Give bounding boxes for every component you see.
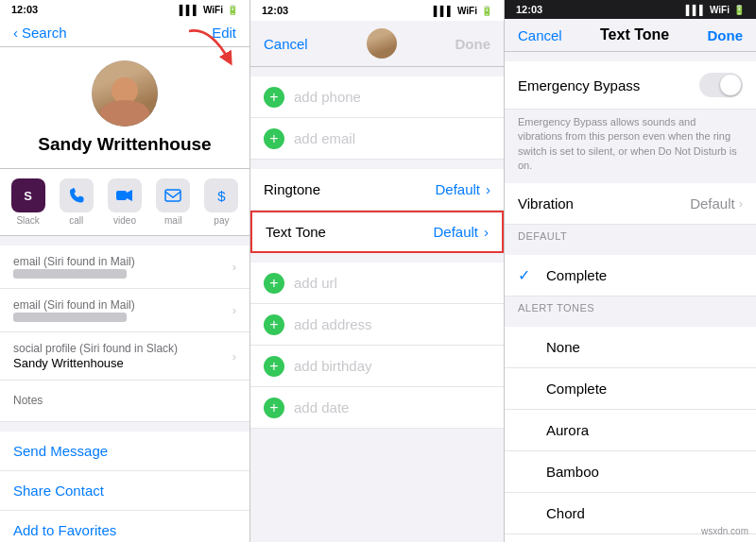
- signal-icon-3: ▌▌▌: [686, 5, 706, 15]
- contact-panel: 12:03 ▌▌▌ WiFi 🔋 ‹ Search Edit: [0, 0, 250, 542]
- mail-action[interactable]: mail: [149, 178, 198, 226]
- share-contact-link[interactable]: Share Contact: [0, 471, 249, 511]
- signal-icon-2: ▌▌▌: [434, 6, 454, 16]
- add-date-label: add date: [294, 399, 349, 415]
- add-email-icon: +: [264, 128, 284, 149]
- call-action[interactable]: call: [52, 178, 100, 226]
- chevron-icon-1: ›: [232, 260, 236, 274]
- add-section-1: + add phone + add email: [250, 76, 504, 160]
- avatar: [92, 60, 158, 127]
- slack-action[interactable]: S Slack: [4, 178, 52, 226]
- add-address-item[interactable]: + add address: [250, 304, 504, 346]
- pay-icon: $: [204, 178, 238, 212]
- add-email-label: add email: [294, 130, 355, 146]
- status-icons-1: ▌▌▌ WiFi 🔋: [180, 5, 238, 15]
- social-item[interactable]: social profile (Siri found in Slack) San…: [0, 332, 249, 381]
- info-list: email (Siri found in Mail) › email (Siri…: [0, 246, 249, 422]
- alert-tone-name-2: Aurora: [546, 422, 589, 438]
- slack-icon: S: [11, 178, 45, 212]
- text-tone-panel: 12:03 ▌▌▌ WiFi 🔋 Cancel Text Tone Done E…: [505, 0, 756, 542]
- email-label-1: email (Siri found in Mail): [13, 255, 232, 268]
- vibration-value-wrapper: Default ›: [690, 195, 743, 212]
- email-value-1: [13, 269, 127, 279]
- bottom-links: Send Message Share Contact Add to Favori…: [0, 432, 249, 542]
- alert-tone-complete[interactable]: Complete: [505, 368, 756, 410]
- ringtone-value: Default ›: [435, 181, 490, 197]
- vibration-label: Vibration: [518, 195, 574, 212]
- alert-tone-aurora[interactable]: Aurora: [505, 410, 756, 451]
- emergency-bypass-toggle[interactable]: [699, 73, 743, 97]
- default-tones-section: ✓ Complete: [505, 255, 756, 296]
- default-tone-complete[interactable]: ✓ Complete: [505, 255, 756, 296]
- add-phone-item[interactable]: + add phone: [250, 76, 504, 118]
- email-label-2: email (Siri found in Mail): [13, 298, 232, 312]
- chevron-icon-3: ›: [232, 349, 236, 364]
- text-tone-item[interactable]: Text Tone Default ›: [250, 211, 504, 253]
- signal-icon: ▌▌▌: [180, 5, 199, 15]
- svg-rect-1: [116, 191, 127, 200]
- avatar-image: [92, 60, 158, 127]
- add-date-icon: +: [264, 398, 284, 418]
- call-label: call: [69, 215, 83, 226]
- chevron-left-icon: ‹: [13, 25, 18, 41]
- alert-tone-name-0: None: [546, 339, 580, 355]
- alert-tone-bamboo[interactable]: Bamboo: [505, 451, 756, 493]
- status-bar-3: 12:03 ▌▌▌ WiFi 🔋: [505, 0, 756, 19]
- emergency-bypass-section: Emergency Bypass: [505, 61, 756, 110]
- wifi-icon-3: WiFi: [710, 5, 730, 15]
- notes-content: Notes: [13, 394, 236, 408]
- mail-label: mail: [164, 215, 181, 226]
- pay-label: pay: [214, 215, 229, 226]
- svg-marker-2: [127, 190, 132, 201]
- ringtone-section: Ringtone Default ›: [250, 169, 504, 211]
- add-date-item[interactable]: + add date: [250, 387, 504, 429]
- email-item-2[interactable]: email (Siri found in Mail) ›: [0, 289, 249, 332]
- watermark: wsxdn.com: [701, 526, 748, 536]
- add-phone-icon: +: [264, 87, 284, 108]
- alert-tone-name-4: Chord: [546, 505, 585, 521]
- add-birthday-item[interactable]: + add birthday: [250, 346, 504, 387]
- video-action[interactable]: video: [100, 178, 148, 226]
- notes-label: Notes: [13, 394, 236, 407]
- mail-icon: [156, 178, 190, 212]
- send-message-link[interactable]: Send Message: [0, 432, 249, 471]
- alert-tone-none[interactable]: None: [505, 327, 756, 368]
- search-button[interactable]: ‹ Search: [13, 25, 67, 41]
- add-birthday-label: add birthday: [294, 358, 372, 374]
- edit-button[interactable]: Edit: [212, 25, 236, 41]
- done-button-2[interactable]: Done: [455, 36, 490, 52]
- status-bar-2: 12:03 ▌▌▌ WiFi 🔋: [250, 0, 504, 21]
- video-label: video: [113, 215, 136, 226]
- status-bar-1: 12:03 ▌▌▌ WiFi 🔋: [0, 0, 249, 19]
- battery-icon-3: 🔋: [733, 5, 745, 15]
- cancel-button-2[interactable]: Cancel: [264, 36, 308, 52]
- add-phone-label: add phone: [294, 89, 361, 105]
- status-time-2: 12:03: [262, 5, 288, 16]
- text-tone-title: Text Tone: [600, 26, 669, 43]
- done-button-3[interactable]: Done: [707, 27, 743, 43]
- add-email-item[interactable]: + add email: [250, 118, 504, 160]
- social-label: social profile (Siri found in Slack): [13, 342, 232, 355]
- battery-icon: 🔋: [227, 5, 238, 15]
- vibration-value: Default: [690, 195, 735, 212]
- add-address-icon: +: [264, 314, 284, 335]
- vibration-item[interactable]: Vibration Default ›: [505, 183, 756, 225]
- wifi-icon-2: WiFi: [457, 6, 477, 16]
- add-address-label: add address: [294, 316, 372, 332]
- pay-action[interactable]: $ pay: [198, 178, 246, 226]
- emergency-bypass-label: Emergency Bypass: [518, 77, 640, 93]
- status-time-3: 12:03: [516, 4, 542, 15]
- emergency-bypass-desc: Emergency Bypass allows sounds and vibra…: [505, 110, 756, 183]
- add-to-favorites-link[interactable]: Add to Favorites: [0, 511, 249, 542]
- add-url-item[interactable]: + add url: [250, 263, 504, 304]
- status-icons-2: ▌▌▌ WiFi 🔋: [434, 6, 492, 16]
- cancel-button-3[interactable]: Cancel: [518, 27, 562, 43]
- notes-item[interactable]: Notes: [0, 381, 249, 422]
- email-value-2: [13, 313, 127, 322]
- add-section-2: + add url + add address + add birthday +…: [250, 263, 504, 429]
- contact-header: Sandy Writtenhouse: [0, 47, 249, 169]
- slack-label: Slack: [16, 215, 39, 226]
- ringtone-item[interactable]: Ringtone Default ›: [250, 169, 504, 211]
- nav-avatar: [367, 28, 397, 59]
- email-item-1[interactable]: email (Siri found in Mail) ›: [0, 246, 249, 289]
